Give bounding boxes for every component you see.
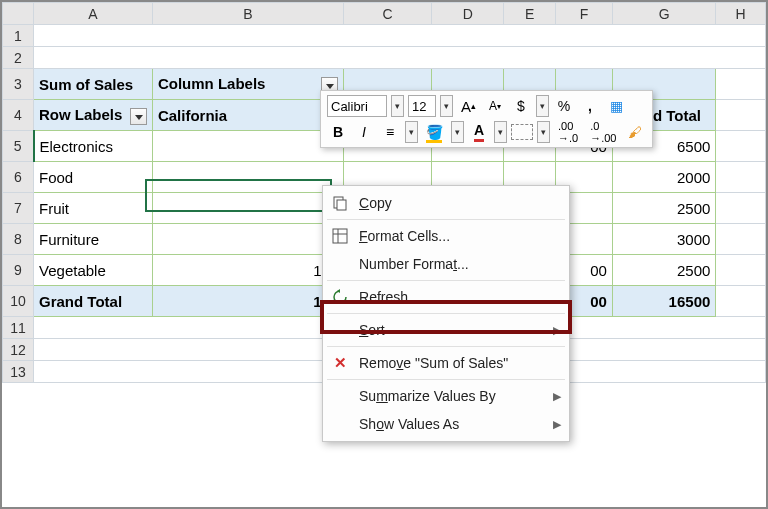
col-header-H[interactable]: H xyxy=(716,3,766,25)
column-headers: A B C D E F G H xyxy=(3,3,766,25)
col-header-B[interactable]: B xyxy=(152,3,343,25)
fill-color-dropdown[interactable]: ▾ xyxy=(451,121,464,143)
menu-sort-label: Sort xyxy=(359,322,547,338)
remove-icon: ✕ xyxy=(327,352,353,374)
context-menu: Copy Format Cells... Number Format... Re… xyxy=(322,185,570,442)
submenu-arrow-icon: ▶ xyxy=(553,418,561,431)
row-header-4[interactable]: 4 xyxy=(3,100,34,131)
menu-summarize-label: Summarize Values By xyxy=(359,388,547,404)
col-header-G[interactable]: G xyxy=(612,3,715,25)
fill-color-icon[interactable]: 🪣 xyxy=(422,121,447,143)
grand-total-row-label[interactable]: Grand Total xyxy=(34,286,153,317)
row-header-1[interactable]: 1 xyxy=(3,25,34,47)
menu-show-values-label: Show Values As xyxy=(359,416,547,432)
submenu-arrow-icon: ▶ xyxy=(553,324,561,337)
format-cells-icon xyxy=(327,225,353,247)
row-labels-dropdown[interactable] xyxy=(130,108,147,125)
menu-sort[interactable]: Sort ▶ xyxy=(323,316,569,344)
bold-button[interactable]: B xyxy=(327,121,349,143)
col-header-A[interactable]: A xyxy=(34,3,153,25)
font-color-dropdown[interactable]: ▾ xyxy=(494,121,507,143)
row-labels-text: Row Labels xyxy=(39,106,122,123)
font-size-dropdown[interactable]: ▾ xyxy=(440,95,453,117)
row-header-6[interactable]: 6 xyxy=(3,162,34,193)
font-size-input[interactable] xyxy=(408,95,436,117)
menu-remove-label: Remove "Sum of Sales" xyxy=(359,355,561,371)
conditional-format-icon[interactable]: ▦ xyxy=(605,95,627,117)
row-header-10[interactable]: 10 xyxy=(3,286,34,317)
menu-separator xyxy=(327,280,565,281)
food-total[interactable]: 2000 xyxy=(612,162,715,193)
font-color-icon[interactable]: A xyxy=(468,121,490,143)
select-all-corner[interactable] xyxy=(3,3,34,25)
row-header-2[interactable]: 2 xyxy=(3,47,34,69)
borders-dropdown[interactable]: ▾ xyxy=(537,121,550,143)
decrease-decimal-icon[interactable]: .0→.00 xyxy=(586,121,620,143)
menu-format-cells-label: Format Cells... xyxy=(359,228,561,244)
increase-decimal-icon[interactable]: .00→.0 xyxy=(554,121,582,143)
menu-separator xyxy=(327,379,565,380)
menu-copy[interactable]: Copy xyxy=(323,189,569,217)
menu-refresh[interactable]: Refresh xyxy=(323,283,569,311)
row-header-11[interactable]: 11 xyxy=(3,317,34,339)
accounting-format-icon[interactable]: $ xyxy=(510,95,532,117)
col-header-E[interactable]: E xyxy=(504,3,556,25)
menu-format-cells[interactable]: Format Cells... xyxy=(323,222,569,250)
cell[interactable] xyxy=(34,25,766,47)
svg-rect-1 xyxy=(337,200,346,210)
row-food[interactable]: Food xyxy=(34,162,153,193)
percent-format-icon[interactable]: % xyxy=(553,95,575,117)
svg-rect-2 xyxy=(333,229,347,243)
vegetable-total[interactable]: 2500 xyxy=(612,255,715,286)
sum-of-sales-label[interactable]: Sum of Sales xyxy=(34,69,153,100)
format-painter-icon[interactable]: 🖌 xyxy=(624,121,646,143)
menu-separator xyxy=(327,219,565,220)
submenu-arrow-icon: ▶ xyxy=(553,390,561,403)
row-labels-cell[interactable]: Row Labels xyxy=(34,100,153,131)
menu-show-values[interactable]: Show Values As ▶ xyxy=(323,410,569,438)
menu-number-format-label: Number Format... xyxy=(359,256,561,272)
borders-icon[interactable] xyxy=(511,124,533,140)
cell-B5[interactable] xyxy=(152,131,343,162)
row-header-5[interactable]: 5 xyxy=(3,131,34,162)
menu-separator xyxy=(327,346,565,347)
menu-remove[interactable]: ✕ Remove "Sum of Sales" xyxy=(323,349,569,377)
fruit-total[interactable]: 2500 xyxy=(612,193,715,224)
row-fruit[interactable]: Fruit xyxy=(34,193,153,224)
menu-refresh-label: Refresh xyxy=(359,289,561,305)
row-header-7[interactable]: 7 xyxy=(3,193,34,224)
row-header-3[interactable]: 3 xyxy=(3,69,34,100)
mini-toolbar: ▾ ▾ A▴ A▾ $ ▾ % , ▦ B I ≡ ▾ 🪣 ▾ A ▾ ▾ .0… xyxy=(320,90,653,148)
menu-summarize[interactable]: Summarize Values By ▶ xyxy=(323,382,569,410)
grow-font-icon[interactable]: A▴ xyxy=(457,95,480,117)
column-labels-cell[interactable]: Column Labels xyxy=(152,69,343,100)
menu-copy-label: Copy xyxy=(359,195,561,211)
menu-separator xyxy=(327,313,565,314)
row-header-8[interactable]: 8 xyxy=(3,224,34,255)
col-california[interactable]: California xyxy=(152,100,343,131)
furniture-total[interactable]: 3000 xyxy=(612,224,715,255)
row-electronics[interactable]: Electronics xyxy=(34,131,153,162)
column-labels-text: Column Labels xyxy=(158,75,266,92)
align-dropdown[interactable]: ▾ xyxy=(405,121,418,143)
italic-button[interactable]: I xyxy=(353,121,375,143)
grand-total-value[interactable]: 16500 xyxy=(612,286,715,317)
row-header-13[interactable]: 13 xyxy=(3,361,34,383)
refresh-icon xyxy=(327,286,353,308)
align-icon[interactable]: ≡ xyxy=(379,121,401,143)
cell[interactable] xyxy=(34,47,766,69)
row-furniture[interactable]: Furniture xyxy=(34,224,153,255)
menu-number-format[interactable]: Number Format... xyxy=(323,250,569,278)
accounting-dropdown[interactable]: ▾ xyxy=(536,95,549,117)
copy-icon xyxy=(327,192,353,214)
row-vegetable[interactable]: Vegetable xyxy=(34,255,153,286)
row-header-12[interactable]: 12 xyxy=(3,339,34,361)
shrink-font-icon[interactable]: A▾ xyxy=(484,95,506,117)
comma-format-icon[interactable]: , xyxy=(579,95,601,117)
font-name-dropdown[interactable]: ▾ xyxy=(391,95,404,117)
col-header-F[interactable]: F xyxy=(556,3,613,25)
col-header-D[interactable]: D xyxy=(432,3,504,25)
font-name-input[interactable] xyxy=(327,95,387,117)
col-header-C[interactable]: C xyxy=(344,3,432,25)
row-header-9[interactable]: 9 xyxy=(3,255,34,286)
